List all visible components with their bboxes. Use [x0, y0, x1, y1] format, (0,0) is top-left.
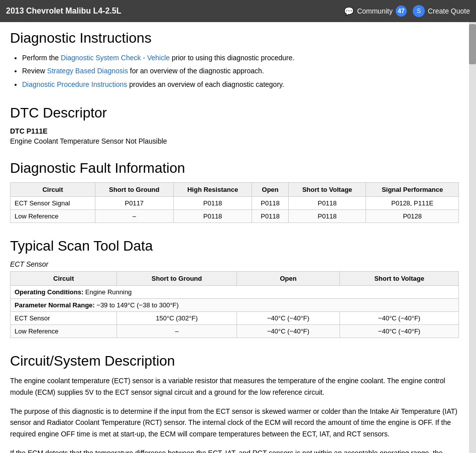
cell-circuit: ECT Sensor Signal [11, 197, 95, 210]
dtc-description: Engine Coolant Temperature Sensor Not Pl… [10, 137, 459, 145]
col-short-to-voltage: Short to Voltage [288, 183, 366, 197]
typical-scan-tool-section: Typical Scan Tool Data ECT Sensor Circui… [10, 238, 459, 338]
col-short-to-ground: Short to Ground [117, 272, 237, 286]
param-range-cell: Parameter Normal Range: −39 to 149°C (−3… [11, 299, 459, 312]
col-short-to-ground: Short to Ground [95, 183, 173, 197]
cell-signal-performance: P0128, P111E [366, 197, 459, 210]
quote-icon: S [413, 5, 425, 17]
list-item: Perform the Diagnostic System Check - Ve… [22, 52, 459, 63]
diagnostic-fault-heading: Diagnostic Fault Information [10, 160, 459, 176]
cell-short-to-voltage: P0118 [288, 197, 366, 210]
cell-short-to-ground: 150°C (302°F) [117, 312, 237, 325]
dtc-code: DTC P111E [10, 127, 459, 135]
cell-short-to-ground: – [95, 210, 173, 223]
dtc-descriptor-section: DTC Descriptor DTC P111E Engine Coolant … [10, 105, 459, 145]
create-quote-label: Create Quote [428, 7, 470, 15]
cell-short-to-voltage: P0118 [288, 210, 366, 223]
cell-open: P0118 [252, 210, 288, 223]
diagnostic-fault-section: Diagnostic Fault Information Circuit Sho… [10, 160, 459, 223]
cell-high-resistance: P0118 [173, 197, 252, 210]
col-open: Open [252, 183, 288, 197]
col-short-to-voltage: Short to Voltage [340, 272, 459, 286]
circuit-description-para-1: The engine coolant temperature (ECT) sen… [10, 375, 459, 398]
cell-circuit: Low Reference [11, 210, 95, 223]
community-button[interactable]: 💬 Community 47 [344, 6, 407, 17]
community-label: Community [357, 7, 393, 15]
cell-open: −40°C (−40°F) [236, 325, 339, 338]
vehicle-title: 2013 Chevrolet Malibu L4-2.5L [6, 7, 121, 16]
diagnostic-fault-table: Circuit Short to Ground High Resistance … [10, 182, 459, 223]
table-row: Low Reference – −40°C (−40°F) −40°C (−40… [11, 325, 459, 338]
top-bar-actions: 💬 Community 47 S Create Quote [344, 5, 470, 17]
chat-icon: 💬 [344, 7, 354, 16]
diagnostic-system-check-link[interactable]: Diagnostic System Check - Vehicle [61, 54, 170, 62]
cell-circuit: ECT Sensor [11, 312, 117, 325]
scan-tool-table: Circuit Short to Ground Open Short to Vo… [10, 271, 459, 338]
circuit-description-heading: Circuit/System Description [10, 353, 459, 369]
col-circuit: Circuit [11, 272, 117, 286]
create-quote-button[interactable]: S Create Quote [413, 5, 470, 17]
strategy-based-diagnosis-link[interactable]: Strategy Based Diagnosis [47, 67, 128, 75]
cell-short-to-ground: P0117 [95, 197, 173, 210]
table-row: Low Reference – P0118 P0118 P0118 P0128 [11, 210, 459, 223]
col-signal-performance: Signal Performance [366, 183, 459, 197]
page-wrapper: Diagnostic Instructions Perform the Diag… [0, 22, 476, 453]
param-range-row: Parameter Normal Range: −39 to 149°C (−3… [11, 299, 459, 312]
cell-circuit: Low Reference [11, 325, 117, 338]
list-item: Diagnostic Procedure Instructions provid… [22, 79, 459, 90]
col-circuit: Circuit [11, 183, 95, 197]
cell-short-to-voltage: −40°C (−40°F) [340, 312, 459, 325]
diagnostic-instructions-list: Perform the Diagnostic System Check - Ve… [10, 52, 459, 90]
circuit-description-para-3: If the ECM detects that the temperature … [10, 447, 459, 453]
table-header-row: Circuit Short to Ground Open Short to Vo… [11, 272, 459, 286]
ect-sensor-label: ECT Sensor [10, 260, 459, 268]
top-bar: 2013 Chevrolet Malibu L4-2.5L 💬 Communit… [0, 0, 476, 22]
dtc-descriptor-heading: DTC Descriptor [10, 105, 459, 121]
cell-open: −40°C (−40°F) [236, 312, 339, 325]
scrollbar-track[interactable] [469, 22, 476, 453]
diagnostic-procedure-instructions-link[interactable]: Diagnostic Procedure Instructions [22, 80, 127, 88]
typical-scan-tool-heading: Typical Scan Tool Data [10, 238, 459, 254]
cell-short-to-ground: – [117, 325, 237, 338]
diagnostic-instructions-heading: Diagnostic Instructions [10, 30, 459, 46]
list-item: Review Strategy Based Diagnosis for an o… [22, 65, 459, 76]
cell-high-resistance: P0118 [173, 210, 252, 223]
col-high-resistance: High Resistance [173, 183, 252, 197]
diagnostic-instructions-section: Diagnostic Instructions Perform the Diag… [10, 30, 459, 90]
circuit-description-para-2: The purpose of this diagnostic is to det… [10, 406, 459, 439]
table-row: ECT Sensor 150°C (302°F) −40°C (−40°F) −… [11, 312, 459, 325]
operating-conditions-cell: Operating Conditions: Engine Running [11, 286, 459, 299]
cell-open: P0118 [252, 197, 288, 210]
community-count-badge: 47 [396, 6, 407, 17]
cell-short-to-voltage: −40°C (−40°F) [340, 325, 459, 338]
cell-signal-performance: P0128 [366, 210, 459, 223]
col-open: Open [236, 272, 339, 286]
table-header-row: Circuit Short to Ground High Resistance … [11, 183, 459, 197]
scrollbar-thumb[interactable] [469, 24, 476, 64]
content-area: Diagnostic Instructions Perform the Diag… [0, 22, 469, 453]
operating-conditions-row: Operating Conditions: Engine Running [11, 286, 459, 299]
circuit-description-section: Circuit/System Description The engine co… [10, 353, 459, 453]
table-row: ECT Sensor Signal P0117 P0118 P0118 P011… [11, 197, 459, 210]
